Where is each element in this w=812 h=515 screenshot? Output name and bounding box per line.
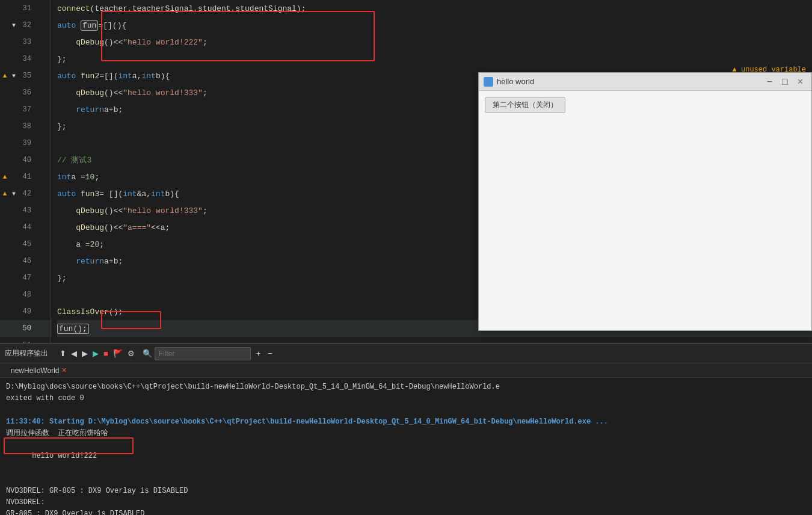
output-line-3 xyxy=(6,404,806,416)
gutter-row-48: 48 xyxy=(0,286,51,303)
linenum-47: 47 xyxy=(18,274,36,282)
toolbar-icons: ⬆ ◀ ▶ ▶ ■ 🚩 ⚙ xyxy=(58,348,137,359)
output-line-2: exited with code 0 xyxy=(6,393,806,404)
flag-button[interactable]: 🚩 xyxy=(111,348,125,359)
arrow-32: ▼ xyxy=(10,22,18,29)
code-line-32: auto fun=[](){ xyxy=(57,17,812,34)
close-button[interactable]: 第二个按钮（关闭） xyxy=(485,97,565,113)
linenum-49: 49 xyxy=(18,307,36,316)
filter-input[interactable] xyxy=(155,347,251,360)
warn-41: ▲ xyxy=(0,173,10,180)
gutter-row-45: 45 xyxy=(0,236,51,253)
remove-output-button[interactable]: − xyxy=(266,348,274,359)
warn-42: ▲ xyxy=(0,190,10,197)
window-maximize-button[interactable]: □ xyxy=(778,77,792,87)
window-minimize-button[interactable]: − xyxy=(763,77,776,87)
gutter-row-33: 33 xyxy=(0,34,51,51)
gutter-row-50: 50 xyxy=(0,320,51,337)
linenum-32: 32 xyxy=(18,21,36,29)
gutter-row-32: ▼ 32 xyxy=(0,17,51,34)
arrow-42: ▼ xyxy=(10,191,18,197)
linenum-44: 44 xyxy=(18,223,36,232)
window-close-button[interactable]: × xyxy=(794,77,807,87)
gutter-row-43: 43 xyxy=(0,202,51,219)
filter-icon: 🔍 xyxy=(143,349,152,359)
gutter-row-51: 51 xyxy=(0,337,51,343)
arrow-35: ▼ xyxy=(10,73,18,79)
output-highlight-box xyxy=(4,437,134,454)
window-titlebar: hello world − □ × xyxy=(479,73,811,91)
output-content: D:\Myblog\docs\source\books\C++\qtProjec… xyxy=(0,378,812,515)
window-app-icon xyxy=(484,77,493,87)
output-line-7: NVD3DREL: GR-805 : DX9 Overlay is DISABL… xyxy=(6,486,806,497)
code-line-34: }; xyxy=(57,51,812,67)
linenum-41: 41 xyxy=(18,173,36,181)
code-line-51 xyxy=(57,337,812,343)
linenum-43: 43 xyxy=(18,206,36,215)
linenum-33: 33 xyxy=(18,38,36,46)
gutter-row-37: 37 xyxy=(0,101,51,118)
output-line-5: 调用拉伸函数 正在吃煎饼哈哈 xyxy=(6,428,806,439)
gutter-row-47: 47 xyxy=(0,270,51,286)
output-line-hello-world: hello world!222 xyxy=(6,439,806,486)
output-line-1: D:\Myblog\docs\source\books\C++\qtProjec… xyxy=(6,381,806,393)
linenum-46: 46 xyxy=(18,257,36,265)
window-controls[interactable]: − □ × xyxy=(763,77,807,87)
gutter-row-36: 36 xyxy=(0,84,51,101)
code-line-33: qDebug()<<"hello world!222"; xyxy=(57,34,812,51)
bottom-panel: 应用程序输出 ⬆ ◀ ▶ ▶ ■ 🚩 ⚙ 🔍 + − newHelloWorld… xyxy=(0,343,812,515)
hello-world-window[interactable]: hello world − □ × 第二个按钮（关闭） xyxy=(478,72,812,331)
warn-35: ▲ xyxy=(0,72,10,79)
tab-label: newHelloWorld xyxy=(11,366,59,375)
output-line-4: 11:33:40: Starting D:\Myblog\docs\source… xyxy=(6,416,806,428)
linenum-42: 42 xyxy=(18,190,36,198)
panel-tabs: newHelloWorld ✕ xyxy=(0,363,812,378)
gutter-row-31: 31 xyxy=(0,0,51,17)
linenum-50: 50 xyxy=(18,324,36,333)
linenum-35: 35 xyxy=(18,72,36,80)
line-gutter: 31 ▼ 32 33 34 ▲ ▼ 35 xyxy=(0,0,51,343)
gutter-row-38: 38 xyxy=(0,118,51,135)
gutter-row-42: ▲ ▼ 42 xyxy=(0,185,51,202)
stop-button[interactable]: ■ xyxy=(102,348,110,359)
tab-new-hello-world[interactable]: newHelloWorld ✕ xyxy=(5,365,73,376)
window-body: 第二个按钮（关闭） xyxy=(479,91,811,330)
window-title-left: hello world xyxy=(484,77,534,87)
scroll-up-button[interactable]: ⬆ xyxy=(58,348,68,359)
gutter-row-34: 34 xyxy=(0,51,51,67)
linenum-36: 36 xyxy=(18,88,36,97)
output-line-8: NVD3DREL: xyxy=(6,497,806,508)
panel-toolbar: 应用程序输出 ⬆ ◀ ▶ ▶ ■ 🚩 ⚙ 🔍 + − xyxy=(0,344,812,363)
linenum-38: 38 xyxy=(18,122,36,131)
tab-close-icon[interactable]: ✕ xyxy=(61,366,67,374)
gutter-row-44: 44 xyxy=(0,219,51,236)
linenum-48: 48 xyxy=(18,291,36,299)
linenum-45: 45 xyxy=(18,240,36,248)
linenum-31: 31 xyxy=(18,4,36,13)
next-button[interactable]: ▶ xyxy=(80,348,90,359)
gutter-row-41: ▲ 41 xyxy=(0,168,51,185)
gutter-row-40: 40 xyxy=(0,152,51,168)
gutter-row-46: 46 xyxy=(0,253,51,270)
code-line-31: connect(teacher,teacherSignal,student,st… xyxy=(57,0,812,17)
linenum-37: 37 xyxy=(18,105,36,114)
settings-button[interactable]: ⚙ xyxy=(126,348,137,359)
gutter-row-49: 49 xyxy=(0,303,51,320)
panel-title: 应用程序输出 xyxy=(5,348,48,359)
gutter-row-35: ▲ ▼ 35 xyxy=(0,67,51,84)
run-button[interactable]: ▶ xyxy=(91,348,100,359)
gutter-row-39: 39 xyxy=(0,135,51,152)
prev-button[interactable]: ◀ xyxy=(69,348,79,359)
output-line-9: GR-805 : DX9 Overlay is DISABLED xyxy=(6,508,806,515)
add-output-button[interactable]: + xyxy=(254,348,263,359)
linenum-39: 39 xyxy=(18,139,36,147)
linenum-34: 34 xyxy=(18,55,36,63)
linenum-40: 40 xyxy=(18,156,36,164)
window-title-text: hello world xyxy=(497,77,534,86)
